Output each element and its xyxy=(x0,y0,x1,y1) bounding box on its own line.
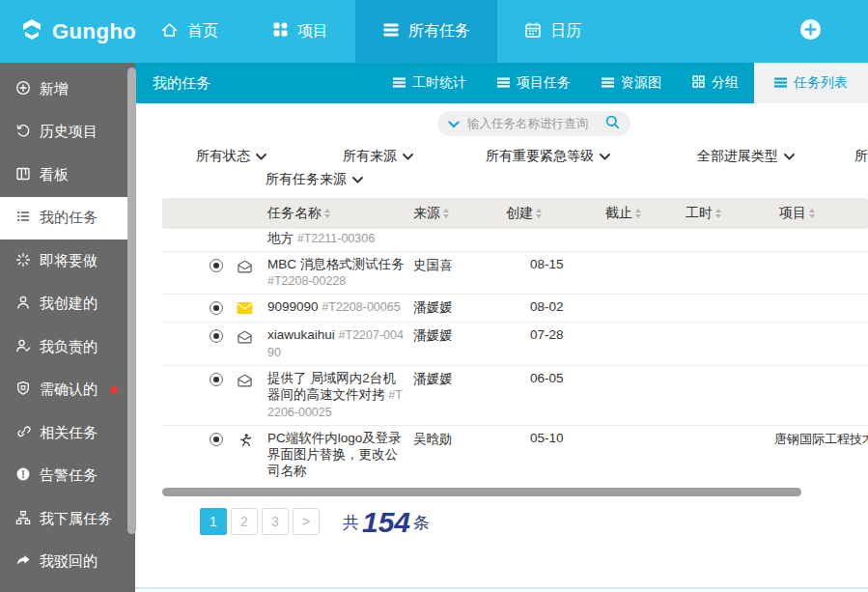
sidebar-item-needs-confirmation[interactable]: 需确认的 xyxy=(0,369,135,412)
tab-hours-stats[interactable]: 工时统计 xyxy=(378,63,482,103)
sidebar-item-responsible[interactable]: 我负责的 xyxy=(0,325,135,369)
nav-item-calendar[interactable]: 日历 xyxy=(497,0,608,63)
horizontal-scrollbar[interactable] xyxy=(162,488,801,496)
task-title[interactable]: 9099090 xyxy=(267,299,319,314)
filter-label: 所有任务来源 xyxy=(266,171,347,188)
table-row[interactable]: PC端软件内logo及登录界面图片替换，更改公司名称 吴晗勋 05-10 唐钢国… xyxy=(162,426,868,484)
task-table: 任务名称 来源 创建 截止 工时 项目 地方 #T2211-00306 MBC … xyxy=(162,198,868,484)
sort-icon[interactable] xyxy=(715,209,721,218)
column-header-due[interactable]: 截止 xyxy=(605,205,661,222)
sitemap-icon xyxy=(15,510,31,528)
task-project xyxy=(755,326,868,327)
sidebar-item-rejected-by-me[interactable]: 我驳回的 xyxy=(0,541,135,584)
filter-source[interactable]: 所有来源 xyxy=(343,146,413,167)
page-button-2[interactable]: 2 xyxy=(231,508,258,535)
column-header-created[interactable]: 创建 xyxy=(506,205,581,222)
sidebar-item-upcoming[interactable]: 即将要做 xyxy=(0,240,135,283)
task-project xyxy=(755,370,868,371)
sort-icon[interactable] xyxy=(443,209,449,218)
task-title[interactable]: xiawukaihui xyxy=(267,327,335,342)
filter-label: 所有 xyxy=(854,148,868,165)
task-due xyxy=(581,298,661,299)
pagination: 1 2 3 > 共 154 条 xyxy=(200,508,868,535)
sidebar-item-alert-tasks[interactable]: 告警任务 xyxy=(0,455,135,498)
tab-group[interactable]: 分组 xyxy=(677,63,754,103)
column-header-name[interactable]: 任务名称 xyxy=(267,205,406,222)
main-panel: 我的任务 工时统计 项目任务 资源图 分组 任务列表 xyxy=(135,63,868,592)
next-page-button[interactable]: > xyxy=(293,508,320,535)
search-input[interactable] xyxy=(467,117,598,130)
task-title[interactable]: 提供了 局域网内2台机器间的高速文件对拷 xyxy=(267,371,396,402)
top-nav: 首页 项目 所有任务 日历 xyxy=(133,0,608,63)
task-title[interactable]: PC端软件内logo及登录界面图片替换，更改公司名称 xyxy=(267,431,402,478)
status-radio-icon[interactable] xyxy=(210,259,223,272)
task-source: 潘媛媛 xyxy=(406,298,494,317)
sort-icon[interactable] xyxy=(324,209,330,218)
chevron-down-icon[interactable] xyxy=(448,115,460,132)
task-title[interactable]: 地方 xyxy=(267,231,294,245)
sort-icon[interactable] xyxy=(635,209,641,218)
task-hours xyxy=(661,370,755,371)
task-source: 潘媛媛 xyxy=(406,326,494,345)
status-radio-icon[interactable] xyxy=(210,433,223,446)
status-radio-icon[interactable] xyxy=(210,329,223,343)
sidebar-item-related[interactable]: 相关任务 xyxy=(0,411,135,455)
tab-task-list[interactable]: 任务列表 xyxy=(754,63,868,103)
task-source: 吴晗勋 xyxy=(406,430,494,448)
nav-item-projects[interactable]: 项目 xyxy=(245,0,355,63)
person-icon xyxy=(15,295,31,313)
tab-resource-map[interactable]: 资源图 xyxy=(586,63,677,103)
sidebar-item-subordinate-tasks[interactable]: 我下属任务 xyxy=(0,497,135,541)
task-source: 史国喜 xyxy=(406,256,494,274)
list-bars-icon xyxy=(774,75,787,91)
column-header-hours[interactable]: 工时 xyxy=(686,205,755,222)
sort-icon[interactable] xyxy=(809,209,815,218)
vertical-scrollbar[interactable] xyxy=(127,68,136,534)
tab-project-tasks[interactable]: 项目任务 xyxy=(482,63,586,103)
table-row[interactable]: 9099090 #T2208-00065 潘媛媛 08-02 xyxy=(162,295,868,323)
task-title[interactable]: MBC 消息格式测试任务 xyxy=(267,257,405,271)
runner-icon xyxy=(238,433,252,451)
add-button[interactable] xyxy=(799,18,822,44)
tab-label: 任务列表 xyxy=(794,74,848,92)
filter-progress-type[interactable]: 全部进展类型 xyxy=(697,146,795,167)
table-row[interactable]: xiawukaihui #T2207-00490 潘媛媛 07-28 xyxy=(162,323,868,366)
search-bar[interactable] xyxy=(437,111,630,136)
chevron-down-icon xyxy=(352,177,363,183)
sidebar-item-label: 历史项目 xyxy=(40,123,98,141)
page-button-1[interactable]: 1 xyxy=(200,508,227,535)
sidebar-item-history[interactable]: 历史项目 xyxy=(0,111,135,155)
status-radio-icon[interactable] xyxy=(210,301,223,315)
sidebar-item-label: 看板 xyxy=(40,166,69,184)
status-radio-icon[interactable] xyxy=(210,373,223,386)
nav-item-all-tasks[interactable]: 所有任务 xyxy=(355,0,497,63)
filter-priority[interactable]: 所有重要紧急等级 xyxy=(486,146,610,167)
sidebar-item-label: 相关任务 xyxy=(40,424,98,442)
filter-truncated[interactable]: 所有 xyxy=(854,146,868,167)
brand-logo[interactable]: Gungho xyxy=(19,0,133,63)
sidebar-item-label: 我创建的 xyxy=(40,295,98,313)
sidebar-item-new[interactable]: 新增 xyxy=(0,68,135,111)
column-header-project[interactable]: 项目 xyxy=(779,205,868,222)
filter-status[interactable]: 所有状态 xyxy=(196,146,266,167)
sort-icon[interactable] xyxy=(536,209,542,218)
filter-task-source[interactable]: 所有任务来源 xyxy=(266,169,363,190)
page-button-3[interactable]: 3 xyxy=(262,508,289,535)
sidebar-item-kanban[interactable]: 看板 xyxy=(0,154,135,197)
column-header-source[interactable]: 来源 xyxy=(413,205,494,222)
task-hours xyxy=(661,298,755,299)
task-project xyxy=(755,256,868,257)
sidebar-item-label: 告警任务 xyxy=(40,466,98,485)
table-row[interactable]: MBC 消息格式测试任务 #T2208-00228 史国喜 08-15 xyxy=(162,252,868,295)
nav-item-home[interactable]: 首页 xyxy=(133,0,245,63)
task-source xyxy=(406,230,494,231)
search-icon[interactable] xyxy=(605,115,620,133)
burst-icon xyxy=(15,252,31,270)
table-row[interactable]: 地方 #T2211-00306 xyxy=(162,229,868,252)
sidebar-item-my-tasks[interactable]: 我的任务 xyxy=(0,197,135,240)
calendar-icon xyxy=(524,21,542,42)
table-row[interactable]: 提供了 局域网内2台机器间的高速文件对拷 #T2206-00025 潘媛媛 06… xyxy=(162,366,868,426)
sidebar-item-created-by-me[interactable]: 我创建的 xyxy=(0,283,135,326)
task-hours xyxy=(661,430,755,431)
brand-name: Gungho xyxy=(52,19,136,44)
